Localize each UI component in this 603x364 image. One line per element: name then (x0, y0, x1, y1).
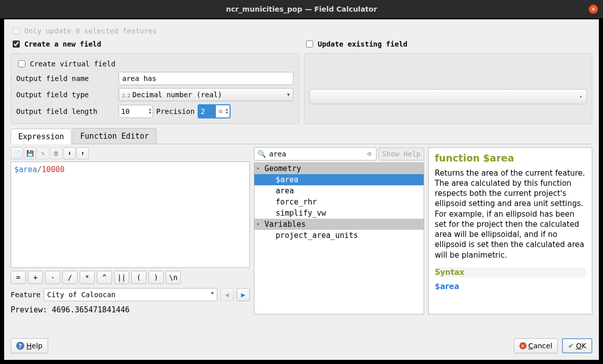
preview-row: Preview: 4696.365471841446 (11, 305, 250, 314)
delete-icon: 🗑 (50, 147, 62, 159)
content: Only update 0 selected features Create a… (4, 19, 599, 360)
new-file-icon[interactable]: 📄 (11, 147, 23, 159)
ok-icon: ✔ (568, 342, 574, 350)
next-feature-button[interactable]: ▶ (237, 288, 250, 301)
tree-item[interactable]: area (254, 185, 424, 196)
help-button[interactable]: ? Help (11, 338, 48, 353)
tree-item[interactable]: simplify_vw (254, 208, 424, 219)
operator-button[interactable]: ^ (97, 271, 112, 284)
output-type-label: Output field type (16, 91, 116, 99)
chevron-down-icon: ▼ (287, 92, 290, 97)
existing-field-select[interactable]: ▾ (310, 89, 587, 104)
tree-group[interactable]: Geometry (254, 163, 424, 174)
editor-toolbar: 📄 💾 ✎ 🗑 ⬇ ⬆ (11, 147, 250, 159)
feature-label: Feature (11, 291, 41, 299)
prev-feature-button[interactable]: ◀ (220, 288, 234, 301)
help-panel: function $area Returns the area of the c… (428, 147, 592, 314)
output-type-select[interactable]: 1.2Decimal number (real) ▼ (119, 88, 293, 101)
search-input-wrapper: 🔍 ⌫ (254, 147, 376, 160)
window-title: ncr_municities_pop — Field Calculator (226, 5, 377, 13)
only-update-checkbox (13, 27, 20, 34)
output-length-spinner[interactable]: ▲▼ (119, 105, 153, 118)
chevron-down-icon: ▼ (211, 291, 214, 299)
operator-button[interactable]: || (114, 271, 129, 284)
operator-button[interactable]: + (28, 271, 43, 284)
expression-editor[interactable]: $area/10000 (11, 161, 250, 268)
cancel-button[interactable]: ✕ Cancel (514, 338, 558, 353)
tab-function-editor[interactable]: Function Editor (72, 128, 156, 144)
update-existing-label: Update existing field (318, 40, 407, 48)
operator-button[interactable]: - (45, 271, 60, 284)
operator-button[interactable]: \n (166, 271, 181, 284)
operator-button[interactable]: * (80, 271, 95, 284)
operator-button[interactable]: / (62, 271, 78, 284)
tree-group[interactable]: Variables (254, 219, 424, 230)
new-field-panel: Create virtual field Output field name O… (11, 53, 299, 124)
precision-spinner[interactable]: ⌫ ▲▼ (198, 104, 231, 118)
operator-button[interactable]: ) (148, 271, 164, 284)
save-icon[interactable]: 💾 (24, 147, 36, 159)
help-icon: ? (16, 342, 24, 350)
chevron-down-icon: ▾ (580, 94, 582, 99)
operator-button[interactable]: = (11, 271, 26, 284)
import-icon[interactable]: ⬇ (63, 147, 76, 159)
help-syntax-label: Syntax (435, 267, 586, 277)
show-help-button[interactable]: Show Help (379, 147, 424, 160)
tree-item[interactable]: project_area_units (254, 230, 424, 241)
tree-item[interactable]: $area (254, 174, 424, 185)
only-update-label: Only update 0 selected features (24, 27, 157, 35)
cancel-icon: ✕ (519, 342, 526, 349)
spinner-arrows[interactable]: ▲▼ (147, 108, 153, 115)
ok-button[interactable]: ✔ OK (562, 338, 592, 353)
create-new-field-checkbox[interactable] (13, 41, 20, 48)
export-icon[interactable]: ⬆ (77, 147, 89, 159)
edit-icon: ✎ (37, 147, 49, 159)
close-icon[interactable]: ✕ (589, 5, 598, 14)
function-tree-column: 🔍 ⌫ Show Help Geometry$areaareaforce_rhr… (254, 147, 424, 314)
tree-item[interactable]: force_rhr (254, 196, 424, 208)
update-field-panel: ▾ (304, 53, 592, 124)
output-length-label: Output field length (16, 107, 116, 115)
operator-button[interactable]: ( (131, 271, 146, 284)
operator-row: =+-/*^||()\n (11, 271, 250, 284)
footer: ? Help ✕ Cancel ✔ OK (11, 338, 592, 353)
window: ncr_municities_pop — Field Calculator ✕ … (0, 0, 603, 364)
function-tree[interactable]: Geometry$areaareaforce_rhrsimplify_vwVar… (254, 163, 424, 314)
output-name-label: Output field name (16, 74, 116, 83)
help-title: function $area (435, 152, 586, 165)
output-name-input[interactable] (119, 72, 293, 85)
create-virtual-label: Create virtual field (30, 60, 116, 68)
create-new-field-label: Create a new field (24, 40, 101, 48)
help-body: Returns the area of the current feature.… (435, 168, 586, 260)
update-existing-checkbox[interactable] (306, 41, 313, 48)
workspace: 📄 💾 ✎ 🗑 ⬇ ⬆ $area/10000 =+-/*^||()\n Fea… (11, 147, 592, 314)
only-update-selected-row: Only update 0 selected features (11, 26, 592, 36)
help-syntax-value: $area (435, 281, 586, 292)
spinner-arrows[interactable]: ▲▼ (224, 108, 230, 115)
titlebar: ncr_municities_pop — Field Calculator ✕ (0, 0, 603, 18)
feature-select[interactable]: City of Caloocan ▼ (44, 288, 217, 301)
search-input[interactable] (268, 149, 365, 158)
clear-icon[interactable]: ⌫ (216, 107, 224, 115)
editor-column: 📄 💾 ✎ 🗑 ⬇ ⬆ $area/10000 =+-/*^||()\n Fea… (11, 147, 250, 314)
tabs: Expression Function Editor (11, 128, 592, 144)
search-icon: 🔍 (257, 150, 266, 158)
create-virtual-checkbox[interactable] (18, 60, 25, 67)
precision-label: Precision (156, 107, 195, 115)
tab-expression[interactable]: Expression (11, 129, 71, 144)
clear-search-icon[interactable]: ⌫ (365, 150, 373, 158)
